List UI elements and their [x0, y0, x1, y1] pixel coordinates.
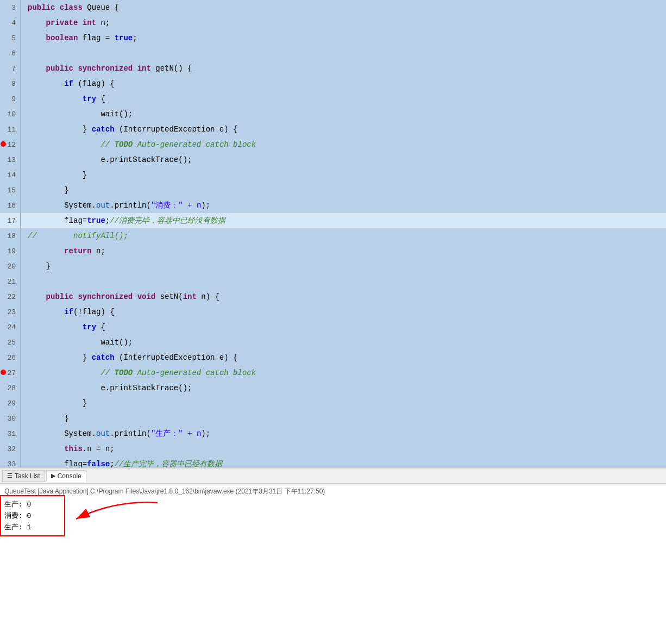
line-number: 17	[0, 213, 21, 228]
tab-console[interactable]: ▶ Console	[46, 470, 86, 482]
table-row: 3 public class Queue {	[0, 0, 666, 15]
table-row: 31 System.out.println("生产：" + n);	[0, 426, 666, 441]
table-row: 25 wait();	[0, 335, 666, 350]
console-header: QueueTest [Java Application] C:\Program …	[4, 487, 662, 496]
line-number: 13	[0, 152, 21, 167]
code-content: System.out.println("生产：" + n);	[21, 426, 666, 441]
line-number: 26	[0, 350, 21, 365]
line-number: 4	[0, 15, 21, 30]
code-table: 3 public class Queue { 4 private int n; …	[0, 0, 666, 467]
table-row: 4 private int n;	[0, 15, 666, 30]
code-content: }	[21, 411, 666, 426]
code-content: flag=true;//消费完毕，容器中已经没有数据	[21, 213, 666, 228]
line-number: 28	[0, 380, 21, 396]
line-number: 18	[0, 228, 21, 243]
code-content: e.printStackTrace();	[21, 152, 666, 167]
code-content: if(!flag) {	[21, 304, 666, 320]
code-content: }	[21, 167, 666, 183]
table-row: 10 wait();	[0, 107, 666, 122]
bottom-panel: ☰ Task List ▶ Console QueueTest [Java Ap…	[0, 467, 666, 644]
code-content: public class Queue {	[21, 0, 666, 15]
console-content: QueueTest [Java Application] C:\Program …	[0, 484, 666, 644]
table-row: 21	[0, 274, 666, 289]
line-number: 22	[0, 289, 21, 304]
code-content: flag=false;//生产完毕，容器中已经有数据	[21, 457, 666, 467]
code-content: wait();	[21, 335, 666, 350]
console-line-3: 生产: 1	[4, 522, 31, 534]
code-content	[21, 274, 666, 289]
line-number: 25	[0, 335, 21, 350]
table-row: 6	[0, 46, 666, 61]
code-editor[interactable]: 3 public class Queue { 4 private int n; …	[0, 0, 666, 467]
table-row: 9 try {	[0, 91, 666, 107]
console-line-2: 消费: 0	[4, 511, 31, 522]
table-row: 14 }	[0, 167, 666, 183]
line-number: 30	[0, 411, 21, 426]
line-number: 23	[0, 304, 21, 320]
tab-tasklist-label: Task List	[15, 472, 40, 480]
code-content: try {	[21, 91, 666, 107]
table-row: 16 System.out.println("消费：" + n);	[0, 198, 666, 213]
table-row: 17 flag=true;//消费完毕，容器中已经没有数据	[0, 213, 666, 228]
code-content: if (flag) {	[21, 76, 666, 91]
table-row: 5 boolean flag = true;	[0, 30, 666, 46]
line-number: 8	[0, 76, 21, 91]
line-number: 19	[0, 243, 21, 259]
console-output: 生产: 0 消费: 0 生产: 1	[4, 499, 662, 533]
table-row: 26 } catch (InterruptedException e) {	[0, 350, 666, 365]
table-row: 28 e.printStackTrace();	[0, 380, 666, 396]
table-row: 11 } catch (InterruptedException e) {	[0, 122, 666, 137]
code-content	[21, 46, 666, 61]
line-number: 12	[0, 137, 21, 152]
line-number: 31	[0, 426, 21, 441]
tab-console-label: Console	[58, 472, 81, 480]
code-content: try {	[21, 320, 666, 335]
code-content: }	[21, 396, 666, 411]
line-number: 14	[0, 167, 21, 183]
code-content: wait();	[21, 107, 666, 122]
line-number: 20	[0, 259, 21, 274]
code-content: return n;	[21, 243, 666, 259]
line-number: 33	[0, 457, 21, 467]
code-content: private int n;	[21, 15, 666, 30]
code-content: }	[21, 259, 666, 274]
line-number: 6	[0, 46, 21, 61]
code-content: public synchronized void setN(int n) {	[21, 289, 666, 304]
code-content: public synchronized int getN() {	[21, 61, 666, 76]
line-number: 3	[0, 0, 21, 15]
line-number: 7	[0, 61, 21, 76]
line-number: 29	[0, 396, 21, 411]
line-number: 9	[0, 91, 21, 107]
table-row: 23 if(!flag) {	[0, 304, 666, 320]
line-number: 32	[0, 441, 21, 457]
table-row: 30 }	[0, 411, 666, 426]
code-content: e.printStackTrace();	[21, 380, 666, 396]
tasklist-icon: ☰	[7, 472, 12, 479]
table-row: 19 return n;	[0, 243, 666, 259]
tab-tasklist[interactable]: ☰ Task List	[2, 470, 45, 482]
table-row: 18 // notifyAll();	[0, 228, 666, 243]
line-number: 15	[0, 183, 21, 198]
table-row: 32 this.n = n;	[0, 441, 666, 457]
tab-bar: ☰ Task List ▶ Console	[0, 468, 666, 484]
console-line-1: 生产: 0	[4, 499, 31, 511]
line-number: 27	[0, 365, 21, 380]
code-content: } catch (InterruptedException e) {	[21, 350, 666, 365]
code-content: }	[21, 183, 666, 198]
code-content: this.n = n;	[21, 441, 666, 457]
line-number: 5	[0, 30, 21, 46]
table-row: 7 public synchronized int getN() {	[0, 61, 666, 76]
code-content: // TODO Auto-generated catch block	[21, 137, 666, 152]
table-row: 12 // TODO Auto-generated catch block	[0, 137, 666, 152]
table-row: 22 public synchronized void setN(int n) …	[0, 289, 666, 304]
line-number: 24	[0, 320, 21, 335]
code-content: } catch (InterruptedException e) {	[21, 122, 666, 137]
line-number: 10	[0, 107, 21, 122]
table-row: 29 }	[0, 396, 666, 411]
table-row: 20 }	[0, 259, 666, 274]
table-row: 15 }	[0, 183, 666, 198]
table-row: 27 // TODO Auto-generated catch block	[0, 365, 666, 380]
line-number: 16	[0, 198, 21, 213]
console-icon: ▶	[51, 472, 55, 479]
table-row: 8 if (flag) {	[0, 76, 666, 91]
